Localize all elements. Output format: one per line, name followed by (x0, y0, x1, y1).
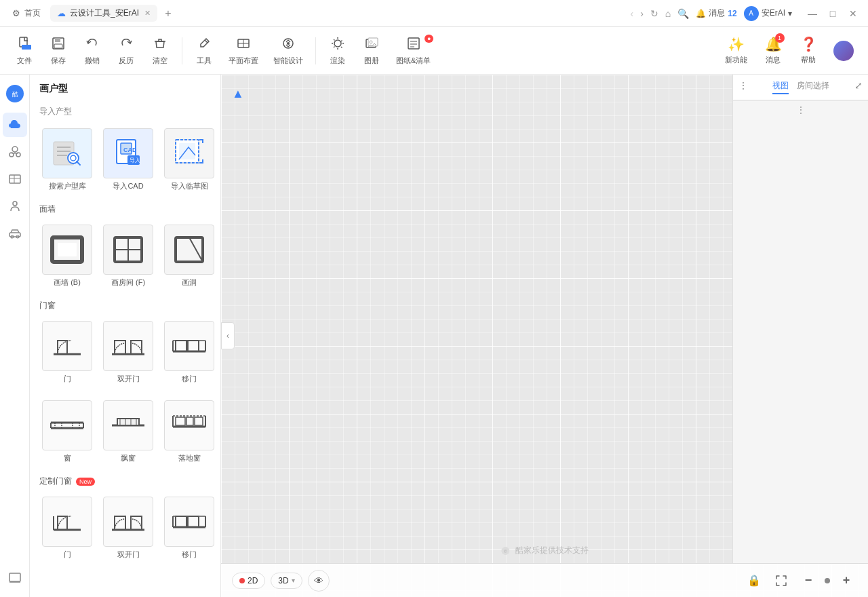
file-button[interactable]: 文件 (8, 32, 41, 70)
save-button[interactable]: 保存 (42, 32, 75, 70)
import-cad-item[interactable]: CAD 导入 导入CAD (100, 126, 156, 194)
floor-plan-button[interactable]: 平面布置 (222, 32, 265, 70)
tab-close-button[interactable]: ✕ (144, 9, 151, 18)
new-feature-button[interactable]: ✨ 新功能 (718, 32, 754, 69)
sidebar-item-car[interactable] (3, 221, 27, 246)
eye-view-button[interactable]: 👁 (308, 570, 330, 592)
refresh-button[interactable]: ↻ (650, 8, 658, 19)
smart-design-button[interactable]: 智能设计 (267, 32, 310, 70)
clear-icon (153, 36, 167, 53)
user-avatar (833, 41, 854, 61)
tab-view[interactable]: 视图 (772, 80, 789, 94)
custom-double-door-item[interactable]: 双开门 (100, 494, 156, 562)
render-button[interactable]: 渲染 (321, 32, 354, 70)
undo-button[interactable]: 撤销 (76, 32, 108, 70)
double-door-item[interactable]: 双开门 (100, 318, 156, 387)
import-sketch-label: 导入临草图 (171, 181, 208, 191)
sidebar-item-tree[interactable] (3, 140, 27, 164)
2d-label: 2D (248, 576, 258, 585)
custom-sliding-door-img (164, 497, 214, 547)
door-window-section-title: 门窗 (30, 293, 220, 315)
tab-bar: ⚙ 首页 ☁ 云设计工具_安ErAI ✕ + (5, 5, 630, 22)
svg-rect-4 (54, 44, 62, 48)
import-sketch-item[interactable]: 导入临草图 (161, 126, 217, 194)
album-button[interactable]: 图册 (355, 32, 388, 70)
panel-collapse-button[interactable]: ‹ (221, 322, 235, 349)
svg-rect-53 (58, 243, 77, 256)
tab-active[interactable]: ☁ 云设计工具_安ErAI ✕ (50, 5, 157, 22)
user-avatar-button[interactable] (827, 38, 860, 64)
svg-text:导入: 导入 (130, 157, 140, 163)
user-menu-button[interactable]: A 安ErAI ▾ (744, 6, 792, 21)
redo-button[interactable]: 反历 (110, 32, 142, 70)
lock-button[interactable]: 🔒 (743, 570, 765, 592)
bay-window-item[interactable]: 飘窗 (100, 398, 156, 466)
sidebar-item-cloud[interactable] (3, 113, 27, 137)
help-label: 帮助 (801, 55, 816, 65)
window-item[interactable]: 窗 (39, 398, 95, 466)
right-panel-expand-button[interactable]: ⤢ (854, 80, 863, 91)
sliding-door-item[interactable]: 移门 (161, 318, 217, 387)
messages-button[interactable]: 🔔 消息 12 (696, 7, 736, 19)
draw-room-item[interactable]: 画房间 (F) (100, 222, 156, 290)
import-sketch-img (164, 128, 214, 178)
help-button[interactable]: ❓ 帮助 (792, 32, 825, 69)
door-img (42, 321, 92, 371)
canvas-pointer: ▲ (232, 87, 244, 101)
custom-sliding-door-label: 移门 (182, 550, 197, 560)
3d-view-button[interactable]: 3D ▾ (271, 573, 302, 589)
help-icon: ❓ (800, 36, 817, 52)
home-nav-icon[interactable]: ⌂ (665, 8, 671, 19)
tab-home[interactable]: ⚙ 首页 (5, 5, 47, 22)
tools-button[interactable]: 工具 (188, 32, 220, 70)
fullscreen-button[interactable] (770, 570, 792, 592)
2d-view-button[interactable]: 2D (232, 573, 265, 589)
tab-room[interactable]: 房间选择 (797, 80, 829, 94)
new-feature-label: 新功能 (725, 55, 747, 65)
drawing-list-button[interactable]: ● 图纸&清单 (389, 32, 437, 70)
bottom-bar: 2D 3D ▾ 👁 🔒 − (221, 563, 868, 597)
tab-active-label: 云设计工具_安ErAI (70, 7, 139, 19)
draw-wall-img (42, 225, 92, 275)
file-icon (17, 36, 32, 53)
custom-door-item[interactable]: 门 (39, 494, 95, 562)
add-tab-button[interactable]: + (160, 5, 176, 22)
panel-title: 画户型 (30, 83, 220, 100)
close-button[interactable]: ✕ (844, 4, 863, 23)
zoom-in-button[interactable]: + (835, 570, 857, 592)
door-label: 门 (64, 374, 71, 384)
door-item[interactable]: 门 (39, 318, 95, 387)
minimize-button[interactable]: — (803, 4, 822, 23)
clear-button[interactable]: 清空 (144, 32, 176, 70)
svg-rect-61 (115, 341, 125, 354)
message-toolbar-button[interactable]: 🔔 1 消息 (757, 32, 789, 69)
custom-sliding-door-item[interactable]: 移门 (161, 494, 217, 562)
custom-badge: New (76, 478, 95, 486)
draw-wall-item[interactable]: 画墙 (B) (39, 222, 95, 290)
zoom-out-button[interactable]: − (797, 570, 819, 592)
sidebar-item-settings[interactable] (3, 566, 27, 590)
svg-line-41 (77, 161, 80, 165)
album-icon (364, 36, 379, 53)
door-items-grid: 门 双开门 (30, 315, 220, 389)
nav-forward-button[interactable]: › (640, 8, 644, 19)
svg-rect-88 (186, 417, 193, 425)
svg-rect-33 (9, 573, 20, 581)
svg-point-29 (13, 201, 17, 206)
right-panel-more-icon[interactable]: ⋮ (738, 80, 748, 91)
svg-text:酷: 酷 (12, 91, 18, 98)
sidebar-item-person[interactable] (3, 194, 27, 218)
svg-rect-26 (9, 175, 20, 183)
search-button[interactable]: 🔍 (677, 8, 689, 19)
svg-rect-62 (131, 341, 142, 354)
sidebar-item-table[interactable] (3, 167, 27, 191)
svg-rect-3 (55, 38, 60, 42)
draw-hole-item[interactable]: 画洞 (161, 222, 217, 290)
nav-back-button[interactable]: ‹ (630, 8, 633, 19)
maximize-button[interactable]: □ (823, 4, 842, 23)
right-panel-collapse-button[interactable]: ⋮ (733, 100, 868, 119)
bell-icon: 🔔 (696, 9, 706, 18)
search-library-item[interactable]: 搜索户型库 (39, 126, 95, 194)
floor-window-item[interactable]: 落地窗 (161, 398, 217, 466)
titlebar: ⚙ 首页 ☁ 云设计工具_安ErAI ✕ + ‹ › ↻ ⌂ 🔍 🔔 消息 12… (0, 0, 868, 27)
